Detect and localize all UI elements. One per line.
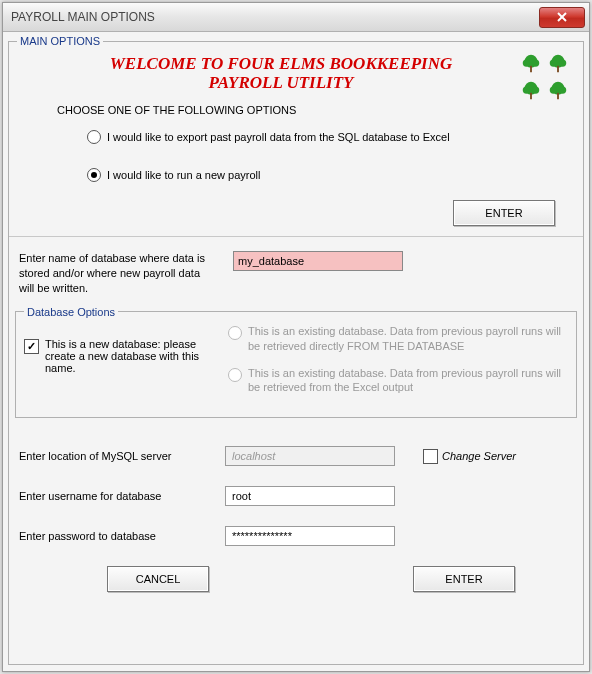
- divider: [9, 236, 583, 237]
- radio-icon: [228, 326, 242, 340]
- cancel-button[interactable]: CANCEL: [107, 566, 209, 592]
- radio-icon: [87, 168, 101, 182]
- database-options-legend: Database Options: [24, 306, 118, 318]
- tree-icon: [547, 80, 571, 104]
- radio-icon: [87, 130, 101, 144]
- existing-from-db-label: This is an existing database. Data from …: [248, 324, 568, 354]
- main-options-legend: MAIN OPTIONS: [17, 35, 103, 47]
- enter-button-top[interactable]: ENTER: [453, 200, 555, 226]
- svg-point-8: [559, 59, 566, 66]
- new-database-option[interactable]: This is a new database: please create a …: [24, 324, 214, 407]
- close-icon: [557, 12, 567, 22]
- welcome-heading: WELCOME TO FOUR ELMS BOOKKEEPING PAYROLL…: [47, 55, 515, 92]
- password-row: Enter password to database: [17, 526, 575, 546]
- username-row: Enter username for database: [17, 486, 575, 506]
- password-input[interactable]: [225, 526, 395, 546]
- svg-point-16: [559, 86, 566, 93]
- db-name-input[interactable]: [233, 251, 403, 271]
- server-location-input: [225, 446, 395, 466]
- enter-button-label: ENTER: [485, 207, 522, 219]
- logo-trees: [520, 53, 571, 104]
- titlebar: PAYROLL MAIN OPTIONS: [3, 3, 589, 32]
- db-name-label: Enter name of database where data is sto…: [19, 251, 209, 296]
- server-block: Enter location of MySQL server Change Se…: [17, 446, 575, 546]
- change-server-option[interactable]: Change Server: [423, 448, 516, 464]
- enter-button-bottom[interactable]: ENTER: [413, 566, 515, 592]
- username-label: Enter username for database: [19, 490, 209, 502]
- tree-icon: [520, 80, 544, 104]
- db-name-row: Enter name of database where data is sto…: [17, 251, 575, 296]
- svg-point-12: [532, 86, 539, 93]
- radio-icon: [228, 368, 242, 382]
- choose-label: CHOOSE ONE OF THE FOLLOWING OPTIONS: [57, 104, 575, 116]
- welcome-line2: PAYROLL UTILITY: [47, 74, 515, 93]
- svg-point-4: [532, 59, 539, 66]
- option-run-label: I would like to run a new payroll: [107, 169, 260, 181]
- existing-from-excel-label: This is an existing database. Data from …: [248, 366, 568, 396]
- svg-rect-17: [557, 93, 559, 99]
- svg-point-11: [523, 86, 530, 93]
- cancel-button-label: CANCEL: [136, 573, 181, 585]
- svg-rect-13: [530, 93, 532, 99]
- option-export-label: I would like to export past payroll data…: [107, 131, 450, 143]
- welcome-line1: WELCOME TO FOUR ELMS BOOKKEEPING: [47, 55, 515, 74]
- option-run-row[interactable]: I would like to run a new payroll: [87, 168, 575, 182]
- svg-rect-5: [530, 66, 532, 72]
- option-export-row[interactable]: I would like to export past payroll data…: [87, 130, 575, 144]
- tree-icon: [520, 53, 544, 77]
- checkbox-icon: [24, 339, 39, 354]
- app-window: PAYROLL MAIN OPTIONS MAIN OPTIONS WELCOM…: [2, 2, 590, 672]
- new-database-label: This is a new database: please create a …: [45, 338, 214, 374]
- bottom-buttons: CANCEL ENTER: [17, 566, 575, 592]
- server-location-label: Enter location of MySQL server: [19, 450, 209, 462]
- change-server-label: Change Server: [442, 450, 516, 462]
- close-button[interactable]: [539, 7, 585, 28]
- svg-point-15: [550, 86, 557, 93]
- enter-button-label: ENTER: [445, 573, 482, 585]
- username-input[interactable]: [225, 486, 395, 506]
- existing-from-excel-option[interactable]: This is an existing database. Data from …: [228, 366, 568, 396]
- svg-point-3: [523, 59, 530, 66]
- svg-point-7: [550, 59, 557, 66]
- tree-icon: [547, 53, 571, 77]
- server-location-row: Enter location of MySQL server Change Se…: [17, 446, 575, 466]
- password-label: Enter password to database: [19, 530, 209, 542]
- main-options-group: MAIN OPTIONS WELCOME TO FOUR ELMS BOOKKE…: [8, 35, 584, 665]
- svg-rect-9: [557, 66, 559, 72]
- checkbox-icon: [423, 449, 438, 464]
- window-title: PAYROLL MAIN OPTIONS: [11, 10, 155, 24]
- existing-from-db-option[interactable]: This is an existing database. Data from …: [228, 324, 568, 354]
- database-options-group: Database Options This is a new database:…: [15, 306, 577, 418]
- window-body: MAIN OPTIONS WELCOME TO FOUR ELMS BOOKKE…: [3, 32, 589, 671]
